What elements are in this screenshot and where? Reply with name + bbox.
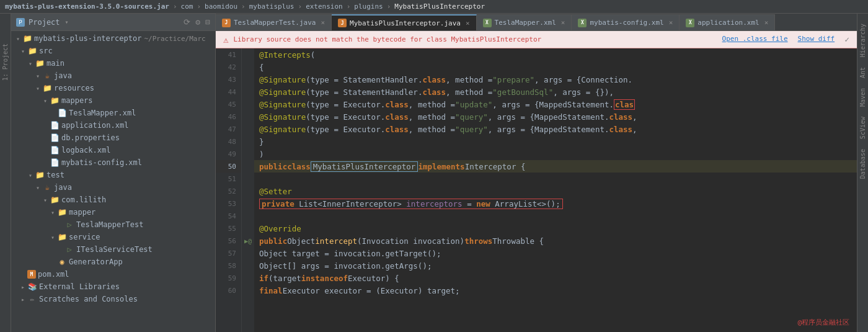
warning-text: Library source does not match the byteco…: [233, 35, 541, 43]
settings-icon[interactable]: ⚙: [195, 17, 200, 27]
tab-icon-tesla-mapper-xml: X: [483, 19, 492, 27]
tab-close-tesla-mapper-test[interactable]: ×: [321, 19, 325, 27]
tree-icon-resources: 📁: [42, 84, 52, 92]
tree-icon-generatorapp: ◉: [57, 258, 67, 266]
tab-close-mybatis-interceptor[interactable]: ×: [466, 19, 470, 27]
tab-close-mybatis-config[interactable]: ×: [669, 19, 673, 27]
tree-item-service[interactable]: ▾📁service: [11, 231, 215, 243]
tree-item-mapper-pkg[interactable]: ▾📁mapper: [11, 206, 215, 218]
tab-tesla-mapper-xml[interactable]: XTeslaMapper.xml×: [477, 14, 572, 30]
code-line-53: private List<InnerInterceptor> intercept…: [254, 197, 857, 210]
sidebar-tab-project[interactable]: 1: Project: [1, 38, 10, 86]
line-num-57: 57: [216, 247, 241, 259]
gutter-53: [242, 197, 254, 210]
code-editor[interactable]: 4142434445464748495051525354555657585960…: [216, 48, 857, 332]
tree-item-scratches[interactable]: ▸✏Scratches and Consoles: [11, 293, 215, 305]
tree-icon-iteslaservice-test: ▷: [64, 245, 74, 254]
project-header: P Project ▾ ⟳ ⚙ ⊟: [11, 14, 215, 31]
tree-item-test[interactable]: ▾📁test: [11, 169, 215, 181]
root-path: ~/Practice/Marc: [144, 35, 205, 43]
right-tab-maven[interactable]: Maven: [858, 83, 867, 112]
code-line-58: Object[] args = invocation.getArgs();: [254, 259, 857, 272]
code-line-47: @Signature(type = Executor.class, method…: [254, 123, 857, 135]
right-tab-database[interactable]: Database: [858, 144, 867, 184]
code-line-42: {: [254, 61, 857, 73]
root-label: mybatis-plus-interceptor: [34, 34, 141, 43]
tab-application-xml[interactable]: Xapplication.xml×: [680, 14, 775, 30]
right-tab-scview[interactable]: ScView: [858, 112, 867, 144]
tree-root[interactable]: ▾ 📁 mybatis-plus-interceptor ~/Practice/…: [11, 32, 215, 45]
tree-icon-service: 📁: [57, 233, 67, 241]
collapse-icon[interactable]: ⊟: [205, 17, 210, 27]
tree-item-test-java[interactable]: ▾☕java: [11, 181, 215, 194]
gutter-42: [242, 61, 254, 73]
tree-item-external-libs[interactable]: ▸📚External Libraries: [11, 280, 215, 293]
line-num-47: 47: [216, 123, 241, 135]
tree-icon-db-prop: 📄: [50, 133, 60, 142]
tree-arrow-mapper-pkg: ▾: [48, 209, 57, 216]
code-line-48: }: [254, 135, 857, 148]
code-line-46: @Signature(type = Executor.class, method…: [254, 110, 857, 123]
jar-label: mybatis-plus-extension-3.5.0-sources.jar: [5, 2, 169, 11]
tab-tesla-mapper-test[interactable]: JTeslaMapperTest.java×: [216, 14, 332, 30]
breadcrumb-baomidou: baomidou: [205, 2, 237, 11]
gutter-49: [242, 148, 254, 160]
show-diff-link[interactable]: Show diff: [798, 35, 835, 44]
tab-icon-tesla-mapper-test: J: [222, 19, 231, 27]
tree-label-test-java: java: [54, 183, 72, 192]
tree-label-src: src: [39, 47, 53, 55]
right-sidebar: Hierarchy Ant Maven ScView Database: [857, 14, 868, 332]
tree-item-com-lilith[interactable]: ▾📁com.lilith: [11, 194, 215, 206]
tab-mybatis-interceptor[interactable]: JMybatisPlusInterceptor.java×: [332, 14, 476, 30]
tab-close-application-xml[interactable]: ×: [764, 19, 769, 27]
tree-item-pom-xml[interactable]: Mpom.xml: [11, 268, 215, 280]
project-tree: ▾ 📁 mybatis-plus-interceptor ~/Practice/…: [11, 31, 215, 332]
code-line-51: [254, 173, 857, 185]
warning-close-icon[interactable]: ✓: [844, 35, 849, 44]
project-dropdown-icon[interactable]: ▾: [65, 19, 69, 25]
tree-icon-mybatis-config-xml: 📄: [50, 158, 60, 167]
line-num-51: 51: [216, 173, 241, 185]
line-num-52: 52: [216, 185, 241, 197]
tree-item-application-xml[interactable]: 📄application.xml: [11, 119, 215, 132]
tree-icon-pom-xml: M: [27, 270, 36, 279]
open-class-file-link[interactable]: Open .class file: [722, 35, 788, 44]
tree-item-generatorapp[interactable]: ◉GeneratorApp: [11, 256, 215, 268]
gutter-60: [242, 284, 254, 297]
tree-label-application-xml: application.xml: [61, 121, 128, 130]
breadcrumb-plugins: plugins: [354, 2, 383, 11]
tree-item-java[interactable]: ▾☕java: [11, 70, 215, 82]
code-line-56: public Object intercept(Invocation invoc…: [254, 235, 857, 247]
tab-mybatis-config[interactable]: Xmybatis-config.xml×: [572, 14, 680, 30]
tree-item-src[interactable]: ▾📁src: [11, 45, 215, 57]
right-tab-hierarchy[interactable]: Hierarchy: [858, 19, 867, 62]
code-content[interactable]: @Intercepts({ @Signature(type = Statemen…: [254, 48, 857, 332]
tree-item-main[interactable]: ▾📁main: [11, 57, 215, 70]
line-num-58: 58: [216, 259, 241, 272]
tree-item-db-prop[interactable]: 📄db.properties: [11, 132, 215, 144]
tree-label-teslamapper-test: TeslaMapperTest: [76, 220, 143, 229]
tree-icon-java: ☕: [42, 71, 52, 80]
gutter-48: [242, 135, 254, 148]
tree-label-iteslaservice-test: ITeslaServiceTest: [76, 245, 153, 254]
tree-arrow-test-java: ▾: [33, 184, 42, 191]
tree-item-logback-xml[interactable]: 📄logback.xml: [11, 144, 215, 156]
tree-item-iteslaservice-test[interactable]: ▷ITeslaServiceTest: [11, 243, 215, 256]
breadcrumb-mybatisplus: mybatisplus: [249, 2, 294, 11]
tree-item-mappers[interactable]: ▾📁mappers: [11, 94, 215, 107]
code-line-50: public class MybatisPlusInterceptor impl…: [254, 160, 857, 173]
gutter-59: [242, 272, 254, 284]
gutter-47: [242, 123, 254, 135]
tree-item-mybatis-config-xml[interactable]: 📄mybatis-config.xml: [11, 156, 215, 169]
code-line-57: Object target = invocation.getTarget();: [254, 247, 857, 259]
tree-item-teslamapper-test[interactable]: ▷TeslaMapperTest: [11, 218, 215, 231]
tree-item-teslamapper-xml[interactable]: 📄TeslaMapper.xml: [11, 107, 215, 119]
main-layout: 1: Project P Project ▾ ⟳ ⚙ ⊟ ▾ 📁 mybatis…: [0, 14, 868, 332]
sync-icon[interactable]: ⟳: [184, 17, 190, 27]
tree-label-mappers: mappers: [61, 96, 93, 105]
tree-arrow-com-lilith: ▾: [41, 197, 50, 204]
right-tab-ant[interactable]: Ant: [858, 62, 867, 83]
tab-close-tesla-mapper-xml[interactable]: ×: [561, 19, 565, 27]
tree-item-resources[interactable]: ▾📁resources: [11, 82, 215, 94]
code-line-60: final Executor executor = (Executor) tar…: [254, 284, 857, 297]
